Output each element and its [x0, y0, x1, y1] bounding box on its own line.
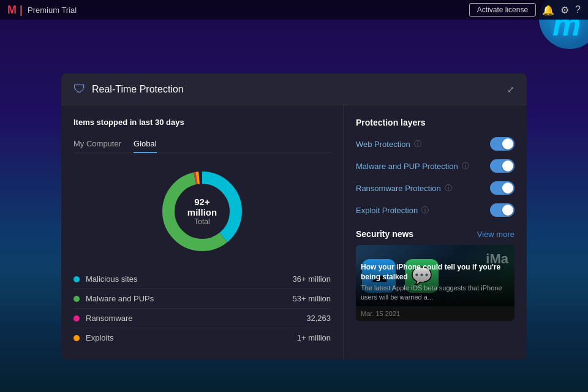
news-header: Security news View more: [356, 229, 514, 239]
value-malware: 53+ million: [292, 294, 331, 303]
section-label: Items stopped in last 30 days: [74, 118, 331, 127]
tab-global[interactable]: Global: [134, 135, 157, 153]
info-icon-web[interactable]: ⓘ: [414, 139, 421, 149]
news-headline: How your iPhone could tell you if you're…: [361, 263, 510, 282]
tabs: My Computer Global: [74, 135, 331, 153]
legend-item-malicious-sites: Malicious sites 36+ million: [74, 270, 331, 289]
layer-exploit-protection-name: Exploit Protection ⓘ: [356, 205, 429, 216]
dot-exploits: [74, 335, 80, 341]
layer-web-protection-label: Web Protection: [356, 140, 410, 149]
info-icon-exploit[interactable]: ⓘ: [421, 205, 429, 216]
legend-item-ransomware: Ransomware 32,263: [74, 309, 331, 328]
card-header-left: 🛡 Real-Time Protection: [74, 82, 184, 96]
toggle-exploit-protection[interactable]: [490, 203, 514, 217]
news-section: Security news View more ☁ 💬 iMa How your…: [356, 229, 514, 321]
layer-web-protection-name: Web Protection ⓘ: [356, 139, 421, 149]
value-exploits: 1+ million: [297, 333, 331, 342]
right-panel: Protection layers Web Protection ⓘ Malwa…: [343, 105, 527, 360]
main-card: 🛡 Real-Time Protection ⤢ Items stopped i…: [61, 74, 527, 360]
label-exploits: Exploits: [86, 333, 114, 342]
news-image: ☁ 💬 iMa How your iPhone could tell you i…: [356, 245, 514, 306]
settings-icon[interactable]: ⚙: [560, 4, 569, 16]
topbar: M | Premium Trial Activate license 🔔 ⚙ ?: [0, 0, 588, 20]
toggle-web-protection[interactable]: [490, 137, 514, 151]
label-ransomware: Ransomware: [86, 314, 133, 323]
label-malware: Malware and PUPs: [86, 294, 154, 303]
layer-exploit-protection: Exploit Protection ⓘ: [356, 203, 514, 217]
news-card[interactable]: ☁ 💬 iMa How your iPhone could tell you i…: [356, 245, 514, 321]
news-date: Mar. 15 2021: [356, 306, 514, 321]
legend-item-exploits: Exploits 1+ million: [74, 328, 331, 347]
view-more-button[interactable]: View more: [477, 230, 514, 239]
donut-chart: 92+ million Total: [156, 165, 248, 257]
toggle-ransomware-protection[interactable]: [490, 181, 514, 195]
dot-malicious-sites: [74, 276, 80, 282]
value-ransomware: 32,263: [306, 314, 331, 323]
bell-icon[interactable]: 🔔: [542, 4, 554, 16]
topbar-left: M | Premium Trial: [7, 4, 77, 17]
layer-ransomware-protection-name: Ransomware Protection ⓘ: [356, 183, 452, 194]
protection-title: Protection layers: [356, 118, 514, 127]
tab-my-computer[interactable]: My Computer: [74, 135, 121, 153]
news-title: Security news: [356, 229, 413, 239]
label-malicious-sites: Malicious sites: [86, 274, 138, 284]
layer-ransomware-protection-label: Ransomware Protection: [356, 184, 441, 193]
left-panel: Items stopped in last 30 days My Compute…: [61, 105, 343, 360]
info-icon-ransomware[interactable]: ⓘ: [445, 183, 452, 194]
help-icon[interactable]: ?: [575, 4, 581, 15]
value-malicious-sites: 36+ million: [292, 274, 331, 284]
card-body: Items stopped in last 30 days My Compute…: [61, 105, 527, 360]
card-header: 🛡 Real-Time Protection ⤢: [61, 74, 527, 105]
toggle-malware-protection[interactable]: [490, 159, 514, 173]
donut-label: 92+ million Total: [179, 197, 225, 226]
info-icon-malware[interactable]: ⓘ: [462, 161, 469, 172]
layer-malware-protection-label: Malware and PUP Protection: [356, 162, 458, 171]
dot-ransomware: [74, 315, 80, 322]
legend-item-malware: Malware and PUPs 53+ million: [74, 289, 331, 309]
donut-value: 92+ million: [179, 197, 225, 217]
layer-malware-protection-name: Malware and PUP Protection ⓘ: [356, 161, 469, 172]
news-snippet: The latest Apple iOS beta suggests that …: [361, 284, 510, 301]
layer-ransomware-protection: Ransomware Protection ⓘ: [356, 181, 514, 195]
news-image-overlay: How your iPhone could tell you if you're…: [356, 258, 514, 306]
donut-sub: Total: [179, 217, 225, 226]
app-logo: M |: [7, 4, 23, 17]
chart-container: 92+ million Total: [74, 165, 331, 257]
layer-malware-protection: Malware and PUP Protection ⓘ: [356, 159, 514, 173]
expand-icon[interactable]: ⤢: [507, 85, 514, 94]
shield-icon: 🛡: [74, 82, 86, 96]
topbar-right: Activate license 🔔 ⚙ ?: [469, 3, 581, 17]
card-title: Real-Time Protection: [92, 84, 184, 95]
layer-web-protection: Web Protection ⓘ: [356, 137, 514, 151]
app-title: Premium Trial: [28, 6, 77, 15]
legend: Malicious sites 36+ million Malware and …: [74, 270, 331, 347]
dot-malware: [74, 296, 80, 302]
activate-license-button[interactable]: Activate license: [469, 3, 536, 17]
layer-exploit-protection-label: Exploit Protection: [356, 206, 418, 215]
